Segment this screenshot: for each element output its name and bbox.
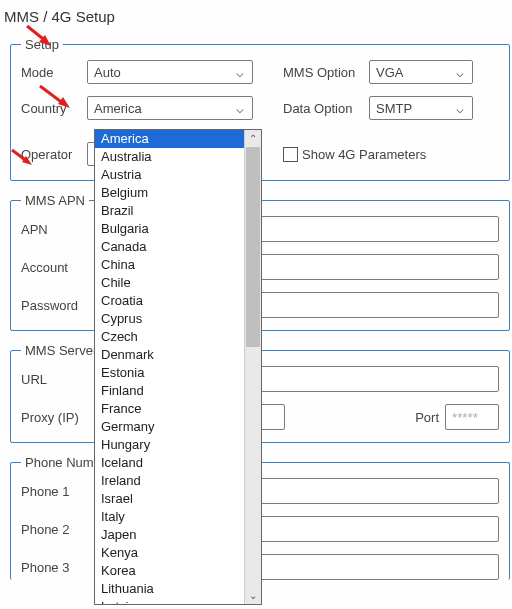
phone2-label: Phone 2 bbox=[21, 522, 89, 537]
dropdown-item[interactable]: America bbox=[95, 130, 244, 148]
dropdown-item[interactable]: Czech bbox=[95, 328, 244, 346]
scroll-up-icon[interactable]: ⌃ bbox=[245, 130, 261, 147]
proxy-label: Proxy (IP) bbox=[21, 410, 89, 425]
mode-select[interactable]: Auto ⌵ bbox=[87, 60, 253, 84]
show-4g-checkbox[interactable]: Show 4G Parameters bbox=[283, 147, 426, 162]
dropdown-item[interactable]: Italy bbox=[95, 508, 244, 526]
dropdown-item[interactable]: Latvia bbox=[95, 598, 244, 604]
country-select[interactable]: America ⌵ bbox=[87, 96, 253, 120]
scroll-down-icon[interactable]: ⌄ bbox=[245, 587, 261, 604]
dropdown-item[interactable]: Austria bbox=[95, 166, 244, 184]
mms-option-value: VGA bbox=[376, 65, 403, 80]
annotation-arrow-icon bbox=[10, 148, 34, 166]
data-option-label: Data Option bbox=[283, 101, 363, 116]
phone1-label: Phone 1 bbox=[21, 484, 89, 499]
apn-label: APN bbox=[21, 222, 89, 237]
dropdown-item[interactable]: Lithuania bbox=[95, 580, 244, 598]
dropdown-item[interactable]: Ireland bbox=[95, 472, 244, 490]
svg-marker-3 bbox=[58, 97, 70, 108]
dropdown-item[interactable]: Korea bbox=[95, 562, 244, 580]
show-4g-label: Show 4G Parameters bbox=[302, 147, 426, 162]
mms-option-label: MMS Option bbox=[283, 65, 363, 80]
chevron-down-icon: ⌵ bbox=[452, 101, 468, 116]
data-option-select[interactable]: SMTP ⌵ bbox=[369, 96, 473, 120]
country-dropdown[interactable]: AmericaAustraliaAustriaBelgiumBrazilBulg… bbox=[94, 129, 262, 605]
dropdown-item[interactable]: Canada bbox=[95, 238, 244, 256]
dropdown-item[interactable]: Cyprus bbox=[95, 310, 244, 328]
dropdown-item[interactable]: Chile bbox=[95, 274, 244, 292]
dropdown-item[interactable]: Israel bbox=[95, 490, 244, 508]
mms-server-legend: MMS Server bbox=[21, 343, 101, 358]
dropdown-item[interactable]: Brazil bbox=[95, 202, 244, 220]
data-option-value: SMTP bbox=[376, 101, 412, 116]
port-input[interactable] bbox=[445, 404, 499, 430]
chevron-down-icon: ⌵ bbox=[232, 65, 248, 80]
chevron-down-icon: ⌵ bbox=[452, 65, 468, 80]
dropdown-item[interactable]: Iceland bbox=[95, 454, 244, 472]
dropdown-item[interactable]: Kenya bbox=[95, 544, 244, 562]
dropdown-item[interactable]: Denmark bbox=[95, 346, 244, 364]
mode-label: Mode bbox=[21, 65, 81, 80]
port-label: Port bbox=[415, 410, 439, 425]
dropdown-item[interactable]: China bbox=[95, 256, 244, 274]
password-label: Password bbox=[21, 298, 89, 313]
chevron-down-icon: ⌵ bbox=[232, 101, 248, 116]
dropdown-scrollbar[interactable]: ⌃ ⌄ bbox=[244, 130, 261, 604]
dropdown-item[interactable]: Germany bbox=[95, 418, 244, 436]
dropdown-item[interactable]: France bbox=[95, 400, 244, 418]
annotation-arrow-icon bbox=[38, 84, 72, 110]
checkbox-icon bbox=[283, 147, 298, 162]
mode-value: Auto bbox=[94, 65, 121, 80]
dropdown-item[interactable]: Bulgaria bbox=[95, 220, 244, 238]
url-label: URL bbox=[21, 372, 89, 387]
scroll-thumb[interactable] bbox=[246, 147, 260, 347]
mms-option-select[interactable]: VGA ⌵ bbox=[369, 60, 473, 84]
dropdown-item[interactable]: Finland bbox=[95, 382, 244, 400]
account-label: Account bbox=[21, 260, 89, 275]
dropdown-item[interactable]: Croatia bbox=[95, 292, 244, 310]
dropdown-item[interactable]: Japen bbox=[95, 526, 244, 544]
dropdown-item[interactable]: Estonia bbox=[95, 364, 244, 382]
page-title: MMS / 4G Setup bbox=[0, 0, 512, 37]
country-value: America bbox=[94, 101, 142, 116]
annotation-arrow-icon bbox=[25, 24, 53, 46]
phone3-label: Phone 3 bbox=[21, 560, 89, 575]
dropdown-item[interactable]: Australia bbox=[95, 148, 244, 166]
dropdown-item[interactable]: Belgium bbox=[95, 184, 244, 202]
dropdown-item[interactable]: Hungary bbox=[95, 436, 244, 454]
mms-apn-legend: MMS APN bbox=[21, 193, 89, 208]
